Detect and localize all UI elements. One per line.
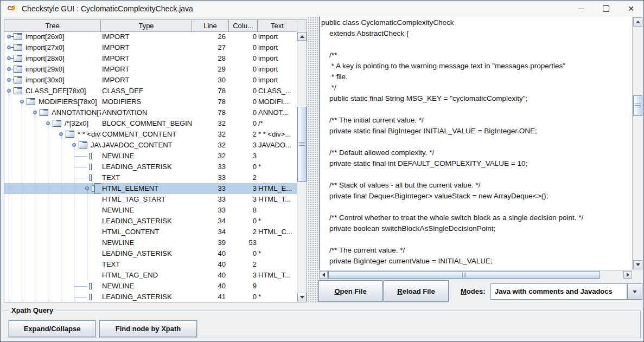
- tree-table-row[interactable]: ANNOTATION[78x0]ANNOTATION780ANNOT...: [4, 107, 297, 118]
- parse-mode-combobox[interactable]: Java with comments and Javadocs: [490, 283, 627, 300]
- type-cell: LEADING_ASTERISK: [101, 216, 192, 227]
- tree-table-row[interactable]: TEXT332: [4, 172, 297, 183]
- tree-table-row[interactable]: LEADING_ASTERISK340*: [4, 216, 297, 227]
- line-cell: 33: [192, 183, 229, 194]
- tree-collapse-handle-icon[interactable]: [59, 132, 63, 136]
- folder-icon: [66, 131, 74, 138]
- xpath-query-group-title: Xpath Query: [9, 306, 56, 314]
- tree-connector-line: [48, 140, 48, 151]
- scroll-down-button[interactable]: [633, 260, 642, 269]
- tree-node-label: CLASS_DEF[78x0]: [25, 86, 86, 96]
- tree-table-row[interactable]: MODIFIERS[78x0]MODIFIERS780MODIFI...: [4, 96, 297, 107]
- tree-table-row[interactable]: TEXT402: [4, 259, 297, 270]
- column-header-type[interactable]: Type: [101, 20, 192, 31]
- text-cell: [258, 205, 297, 216]
- column-header-columns[interactable]: Colu...: [229, 20, 258, 31]
- tree-expand-handle-icon[interactable]: [7, 67, 11, 71]
- tree-table-row[interactable]: HTML_CONTENT342HTML_C...: [4, 227, 297, 237]
- tree-expand-handle-icon[interactable]: [7, 56, 11, 60]
- tree-table-row[interactable]: NEWLINE323: [4, 151, 297, 162]
- tree-connector-line: [35, 140, 35, 151]
- tree-table-row[interactable]: NEWLINE338: [4, 205, 297, 216]
- code-scroll-thumb[interactable]: [633, 95, 642, 116]
- tree-connector-line: [35, 270, 35, 281]
- tree-cell: JAVADOC_CONTENT: [4, 140, 101, 151]
- tree-table-row[interactable]: /*[32x0]BLOCK_COMMENT_BEGIN320/*: [4, 118, 297, 129]
- column-header-line[interactable]: Line: [192, 20, 229, 31]
- code-vertical-scrollbar[interactable]: [632, 17, 643, 270]
- tree-table-row[interactable]: NEWLINE409: [4, 281, 297, 292]
- split-pane-divider[interactable]: [308, 17, 319, 302]
- tree-table-row[interactable]: JAVADOC_CONTENTJAVADOC_CONTENT323JAVADO.…: [4, 140, 297, 151]
- tree-expand-handle-icon[interactable]: [7, 46, 11, 49]
- tree-connector-line: [35, 129, 35, 140]
- scroll-down-button[interactable]: [297, 293, 307, 301]
- line-cell: 41: [192, 292, 229, 302]
- type-cell: JAVADOC_CONTENT: [101, 140, 192, 151]
- tree-node-label: ANNOTATION[78x0]: [52, 107, 101, 118]
- line-cell: 32: [192, 118, 229, 129]
- tree-table-row[interactable]: import[29x0]IMPORT290import: [4, 64, 297, 75]
- tree-connector-line: [35, 292, 35, 302]
- scroll-right-button[interactable]: [623, 271, 632, 279]
- tree-connector-line: [48, 129, 48, 140]
- tree-connector-line: [9, 140, 9, 151]
- tree-table-row[interactable]: * * <div>COMMENT_CONTENT322* * <div>...: [4, 129, 297, 140]
- text-cell: import: [258, 75, 297, 86]
- type-cell: NEWLINE: [101, 205, 192, 216]
- folder-icon: [27, 98, 35, 105]
- tree-collapse-handle-icon[interactable]: [7, 89, 11, 93]
- find-node-by-xpath-button[interactable]: Find node by Xpath: [99, 320, 197, 337]
- scroll-up-button[interactable]: [297, 32, 307, 41]
- tree-collapse-handle-icon[interactable]: [46, 121, 50, 125]
- scroll-left-button[interactable]: [319, 271, 328, 279]
- source-code-area[interactable]: public class CyclomaticComplexityCheck e…: [319, 17, 632, 270]
- reload-file-button[interactable]: Reload File: [384, 280, 449, 302]
- tree-connector-line: [61, 194, 61, 205]
- column-header-text[interactable]: Text: [258, 20, 297, 31]
- tree-table-row[interactable]: LEADING_ASTERISK400*: [4, 248, 297, 259]
- tree-table-row[interactable]: HTML_TAG_END403HTML_T...: [4, 270, 297, 281]
- tree-collapse-handle-icon[interactable]: [85, 186, 89, 190]
- text-cell: import: [258, 64, 297, 75]
- tree-expand-handle-icon[interactable]: [7, 78, 11, 82]
- tree-connector-line: [61, 216, 61, 227]
- tree-table-row[interactable]: HTML_ELEMENT333HTML_E...: [4, 183, 297, 194]
- text-cell: HTML_T...: [258, 270, 297, 281]
- close-button[interactable]: ✕: [619, 1, 643, 17]
- tree-table-row[interactable]: HTML_TAG_START333HTML_T...: [4, 194, 297, 205]
- tree-connector-line: [48, 292, 48, 302]
- open-file-button[interactable]: Open File: [318, 280, 382, 302]
- tree-table-row[interactable]: LEADING_ASTERISK410*: [4, 292, 297, 302]
- tree-connector-line: [9, 292, 9, 302]
- column-cell: 2: [229, 259, 258, 270]
- tree-table-vertical-scrollbar[interactable]: [297, 31, 307, 302]
- tree-table-row[interactable]: LEADING_ASTERISK330*: [4, 162, 297, 172]
- tree-connector-line: [9, 270, 9, 281]
- tree-table-row[interactable]: import[30x0]IMPORT300import: [4, 75, 297, 86]
- column-cell: 0: [229, 53, 258, 64]
- code-hscroll-thumb[interactable]: [328, 271, 600, 279]
- column-header-tree[interactable]: Tree: [4, 20, 101, 31]
- tree-table-row[interactable]: NEWLINE3953: [4, 237, 297, 248]
- tree-connector-line: [48, 270, 48, 281]
- tree-collapse-handle-icon[interactable]: [72, 143, 76, 147]
- code-horizontal-scrollbar[interactable]: [319, 270, 632, 279]
- expand-collapse-button[interactable]: Expand/Collapse: [9, 320, 95, 337]
- tree-collapse-handle-icon[interactable]: [33, 111, 37, 114]
- minimize-button[interactable]: [569, 1, 594, 17]
- combobox-arrow-button[interactable]: [627, 283, 642, 300]
- line-cell: 78: [192, 107, 229, 118]
- tree-table-scroll-thumb[interactable]: [297, 107, 307, 182]
- tree-collapse-handle-icon[interactable]: [20, 100, 24, 104]
- column-cell: 0: [229, 96, 258, 107]
- tree-table-row[interactable]: import[26x0]IMPORT260import: [4, 31, 297, 42]
- maximize-button[interactable]: [594, 1, 619, 17]
- tree-table-row[interactable]: import[28x0]IMPORT280import: [4, 53, 297, 64]
- tree-table-row[interactable]: CLASS_DEF[78x0]CLASS_DEF780CLASS_...: [4, 86, 297, 96]
- tree-table-row[interactable]: import[27x0]IMPORT270import: [4, 42, 297, 53]
- tree-connector-line: [48, 237, 48, 248]
- tree-expand-handle-icon[interactable]: [7, 35, 11, 38]
- tree-connector-line: [9, 227, 9, 237]
- scroll-up-button[interactable]: [633, 17, 642, 27]
